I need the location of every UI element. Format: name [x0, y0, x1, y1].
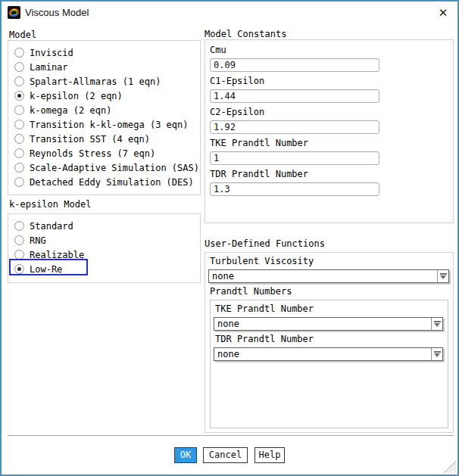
- dropdown-arrow-icon: [431, 348, 442, 360]
- prandtl-numbers-group: TKE Prandtl Number none TDR Prandtl Numb…: [210, 300, 448, 428]
- c1-epsilon-field-group: C1-Epsilon: [210, 76, 453, 103]
- radio-option-standard[interactable]: Standard: [8, 219, 200, 233]
- close-icon[interactable]: ✕: [436, 6, 450, 20]
- radio-option-detached-eddy-simulation[interactable]: Detached Eddy Simulation (DES): [8, 175, 200, 189]
- model-constants-label: Model Constants: [205, 29, 286, 39]
- cmu-input[interactable]: [210, 58, 379, 72]
- radio-selected-icon: [14, 264, 24, 274]
- cancel-button[interactable]: Cancel: [203, 447, 248, 463]
- dropdown-arrow-icon: [431, 318, 442, 330]
- radio-option-transition-k-kl-omega[interactable]: Transition k-kl-omega (3 eqn): [8, 117, 200, 132]
- prandtl-numbers-label: Prandtl Numbers: [210, 286, 453, 297]
- radio-option-realizable[interactable]: Realizable: [8, 247, 200, 262]
- radio-icon: [14, 134, 24, 144]
- udf-tdr-prandtl-dropdown[interactable]: none: [214, 347, 443, 361]
- udf-tdr-prandtl-label: TDR Prandtl Number: [215, 334, 448, 345]
- radio-option-reynolds-stress[interactable]: Reynolds Stress (7 eqn): [8, 146, 200, 160]
- udf-tdr-prandtl-value: none: [214, 349, 431, 359]
- ok-button[interactable]: OK: [174, 447, 197, 463]
- radio-icon: [14, 148, 24, 158]
- radio-icon: [14, 177, 24, 187]
- cmu-label: Cmu: [210, 45, 453, 56]
- fluent-logo-icon: [8, 6, 20, 19]
- udf-tke-prandtl-label: TKE Prandtl Number: [215, 303, 448, 315]
- turbulent-viscosity-value: none: [209, 271, 437, 282]
- tdr-prandtl-field-group: TDR Prandtl Number: [210, 169, 453, 196]
- tke-prandtl-input[interactable]: [210, 151, 379, 165]
- radio-icon: [14, 221, 24, 231]
- turbulent-viscosity-dropdown[interactable]: none: [208, 269, 449, 283]
- model-group-label: Model: [9, 30, 36, 40]
- model-constants-group: Cmu C1-Epsilon C2-Epsilon TKE Prandtl Nu…: [205, 39, 454, 223]
- radio-icon: [14, 120, 24, 129]
- cmu-field-group: Cmu: [210, 45, 453, 72]
- tdr-prandtl-label: TDR Prandtl Number: [210, 169, 453, 180]
- udf-tke-prandtl-dropdown[interactable]: none: [214, 317, 443, 331]
- radio-option-transition-sst[interactable]: Transition SST (4 eqn): [8, 132, 200, 146]
- radio-icon: [14, 235, 24, 245]
- radio-icon: [14, 62, 24, 72]
- title-bar: Viscous Model ✕: [2, 2, 457, 24]
- tke-prandtl-field-group: TKE Prandtl Number: [210, 138, 453, 165]
- radio-icon: [14, 163, 24, 173]
- radio-option-k-omega[interactable]: k-omega (2 eqn): [8, 103, 200, 117]
- radio-option-laminar[interactable]: Laminar: [8, 60, 200, 74]
- radio-option-rng[interactable]: RNG: [8, 233, 200, 247]
- radio-option-low-re[interactable]: Low-Re: [8, 262, 200, 276]
- radio-icon: [14, 250, 24, 260]
- udf-group-label: User-Defined Functions: [205, 238, 325, 249]
- dialog-title: Viscous Model: [25, 7, 89, 18]
- radio-icon: [14, 76, 24, 86]
- radio-selected-icon: [14, 91, 24, 101]
- kepsilon-options-group: Standard RNG Realizable Low-Re: [8, 213, 201, 283]
- tke-prandtl-label: TKE Prandtl Number: [210, 138, 453, 149]
- help-button[interactable]: Help: [254, 447, 285, 463]
- radio-option-k-epsilon[interactable]: k-epsilon (2 eqn): [8, 89, 200, 103]
- udf-tke-prandtl-value: none: [214, 319, 431, 329]
- model-options-group: Inviscid Laminar Spalart-Allmaras (1 eqn…: [8, 40, 201, 195]
- radio-option-inviscid[interactable]: Inviscid: [8, 45, 200, 60]
- turbulent-viscosity-label: Turbulent Viscosity: [210, 256, 453, 267]
- radio-option-spalart-allmaras[interactable]: Spalart-Allmaras (1 eqn): [8, 74, 200, 89]
- c1-epsilon-label: C1-Epsilon: [210, 76, 453, 87]
- footer-separator: [8, 435, 454, 436]
- kepsilon-group-label: k-epsilon Model: [9, 199, 91, 210]
- resize-grip[interactable]: [442, 459, 456, 473]
- c2-epsilon-field-group: C2-Epsilon: [210, 107, 453, 134]
- tdr-prandtl-input[interactable]: [210, 182, 379, 196]
- udf-group: Turbulent Viscosity none Prandtl Numbers…: [205, 252, 454, 433]
- c1-epsilon-input[interactable]: [210, 89, 379, 103]
- radio-option-scale-adaptive-simulation[interactable]: Scale-Adaptive Simulation (SAS): [8, 160, 200, 175]
- radio-icon: [14, 48, 24, 58]
- c2-epsilon-input[interactable]: [210, 120, 379, 134]
- c2-epsilon-label: C2-Epsilon: [210, 107, 453, 118]
- radio-icon: [14, 105, 24, 115]
- dropdown-arrow-icon: [437, 270, 448, 282]
- viscous-model-dialog: Viscous Model ✕ Model Inviscid Laminar S…: [0, 0, 459, 476]
